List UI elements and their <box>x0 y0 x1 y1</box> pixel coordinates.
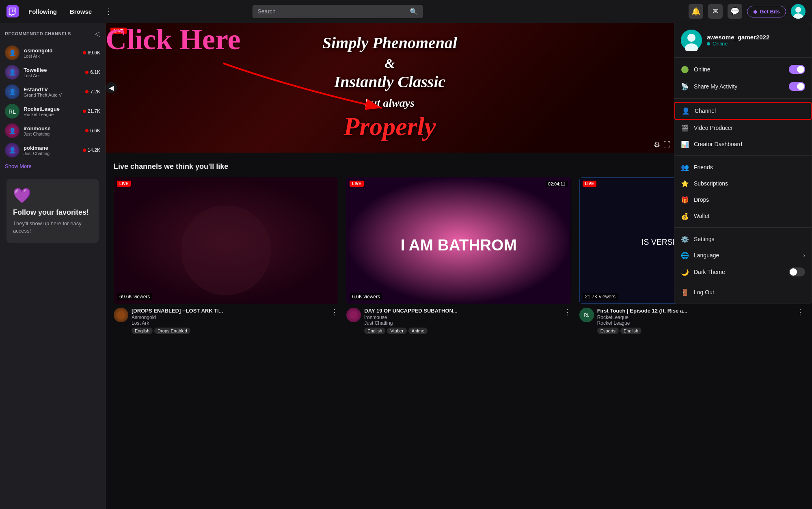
card-body: [DROPS ENABLED] --LOST ARK TI... Asmongo… <box>114 304 338 338</box>
sidebar-collapse-icon[interactable]: ◁ <box>95 29 100 38</box>
dropdown-settings-item[interactable]: ⚙️ Settings <box>674 231 812 247</box>
subscriptions-icon: ⭐ <box>681 179 689 188</box>
channel-info: pokimane Just Chatting <box>24 145 79 156</box>
online-toggle[interactable] <box>789 65 805 74</box>
share-activity-toggle[interactable] <box>789 82 805 91</box>
fullscreen-icon[interactable]: ⛶ <box>663 140 671 149</box>
nav-more-icon[interactable]: ⋮ <box>102 5 116 18</box>
channel-game: Lost Ark <box>24 73 81 78</box>
svg-rect-1 <box>14 9 15 12</box>
svg-point-24 <box>687 34 695 42</box>
follow-description: They'll show up here for easy access! <box>13 220 92 235</box>
dropdown-video-producer-label: Video Producer <box>694 125 805 131</box>
dropdown-section-presence: 🟢 Online 📡 Share My Activity <box>674 58 812 99</box>
card-tags: English Drops Enabled <box>132 328 328 334</box>
twitch-logo-icon[interactable] <box>6 5 19 17</box>
card-info: [DROPS ENABLED] --LOST ARK TI... Asmongo… <box>132 308 328 334</box>
toggle-thumb <box>797 66 804 73</box>
sidebar-item-esfandtv[interactable]: 👤 EsfandTV Grand Theft Auto V 7.2K <box>0 82 105 101</box>
card-avatar <box>346 308 361 322</box>
channel-name: RocketLeague <box>24 106 79 112</box>
dropdown-online-item[interactable]: 🟢 Online <box>674 61 812 78</box>
dropdown-creator-dashboard-item[interactable]: 📊 Creator Dashboard <box>674 136 812 152</box>
card-info: First Touch | Episode 12 (ft. Rise a... … <box>597 308 793 334</box>
stream-thumbnail: I AM BATHROM LIVE 6.6K viewers 02:04:11 <box>346 177 571 304</box>
dark-theme-icon: 🌙 <box>681 268 689 276</box>
card-tag[interactable]: English <box>620 328 641 334</box>
dropdown-drops-item[interactable]: 🎁 Drops <box>674 192 812 208</box>
svg-rect-2 <box>12 9 13 12</box>
logout-icon: 🚪 <box>681 288 689 296</box>
activity-feed-icon[interactable]: 💬 <box>728 4 742 19</box>
search-bar[interactable]: 🔍 <box>253 5 423 18</box>
card-game: Lost Ark <box>132 320 328 326</box>
search-input[interactable] <box>258 8 406 15</box>
dropdown-section-creator: 👤 Channel 🎬 Video Producer 📊 Creator Das… <box>674 99 812 156</box>
dropdown-section-settings: ⚙️ Settings 🌐 Language › 🌙 Dark Theme <box>674 228 812 284</box>
chevron-right-icon: › <box>803 252 805 259</box>
dropdown-drops-label: Drops <box>694 196 805 203</box>
channel-game: Just Chatting <box>24 132 81 136</box>
channel-info: Asmongold Lost Ark <box>24 47 79 58</box>
notifications-icon[interactable]: 🔔 <box>689 4 703 19</box>
stream-card-ironmouse[interactable]: I AM BATHROM LIVE 6.6K viewers 02:04:11 … <box>346 177 571 338</box>
nav-browse[interactable]: Browse <box>67 6 95 17</box>
sidebar-header: RECOMMENDED CHANNELS ◁ <box>0 29 105 43</box>
card-viewers: 6.6K viewers <box>350 293 382 300</box>
avatar: 👤 <box>5 143 19 157</box>
stream-card-asmongold[interactable]: LIVE 69.6K viewers [DROPS ENABLED] --LOS… <box>114 177 338 338</box>
svg-text:RL: RL <box>584 313 589 318</box>
channel-viewers: 7.2K <box>85 89 100 95</box>
settings-icon[interactable]: ⚙ <box>654 140 660 149</box>
dropdown-logout-item[interactable]: 🚪 Log Out <box>674 284 812 300</box>
dropdown-dark-theme-item[interactable]: 🌙 Dark Theme <box>674 263 812 280</box>
live-badge: LIVE <box>117 181 131 187</box>
card-tag[interactable]: English <box>132 328 153 334</box>
dropdown-share-activity-item[interactable]: 📡 Share My Activity <box>674 78 812 95</box>
channel-viewers: 6.1K <box>85 69 100 75</box>
card-title: [DROPS ENABLED] --LOST ARK TI... <box>132 308 328 315</box>
dropdown-channel-item[interactable]: 👤 Channel <box>674 102 812 120</box>
dark-theme-toggle[interactable] <box>789 267 805 276</box>
sidebar-item-pokimane[interactable]: 👤 pokimane Just Chatting 14.2K <box>0 140 105 160</box>
toggle-thumb <box>790 268 797 276</box>
dropdown-wallet-item[interactable]: 💰 Wallet <box>674 208 812 224</box>
follow-title: Follow your favorites! <box>13 208 92 217</box>
card-more-icon[interactable]: ⋮ <box>331 308 338 317</box>
search-icon[interactable]: 🔍 <box>410 8 418 15</box>
sidebar-item-rocketleague[interactable]: RL RocketLeague Rocket League 21.7K <box>0 101 105 121</box>
card-tag[interactable]: Vtuber <box>387 328 406 334</box>
avatar: 👤 <box>5 123 19 138</box>
card-tag[interactable]: Esports <box>597 328 619 334</box>
channel-info: Towelliee Lost Ark <box>24 67 81 78</box>
sidebar-item-towelliee[interactable]: 👤 Towelliee Lost Ark 6.1K <box>0 63 105 82</box>
user-avatar-button[interactable] <box>791 4 806 19</box>
nav-following[interactable]: Following <box>25 6 60 17</box>
dropdown-subscriptions-item[interactable]: ⭐ Subscriptions <box>674 175 812 192</box>
channel-viewers: 69.6K <box>83 50 100 56</box>
dropdown-video-producer-item[interactable]: 🎬 Video Producer <box>674 120 812 136</box>
share-activity-icon: 📡 <box>681 82 689 91</box>
card-channel: RocketLeague <box>597 315 793 320</box>
get-bits-button[interactable]: ◆ Get Bits <box>747 6 786 17</box>
dropdown-friends-item[interactable]: 👥 Friends <box>674 159 812 175</box>
dropdown-settings-label: Settings <box>694 236 805 242</box>
stream-nav-arrow[interactable]: ◀ <box>106 82 117 93</box>
dropdown-language-item[interactable]: 🌐 Language › <box>674 247 812 263</box>
card-tag[interactable]: Drops Enabled <box>154 328 190 334</box>
show-more-button[interactable]: Show More <box>0 160 105 173</box>
user-dropdown-menu: awesome_gamer2022 Online 🟢 Online 📡 Shar… <box>674 23 812 304</box>
messages-icon[interactable]: ✉ <box>708 4 723 19</box>
card-more-icon[interactable]: ⋮ <box>564 308 571 317</box>
card-tag[interactable]: Anime <box>408 328 428 334</box>
sidebar-item-ironmouse[interactable]: 👤 ironmouse Just Chatting 6.6K <box>0 121 105 140</box>
card-tag[interactable]: English <box>364 328 385 334</box>
dropdown-subscriptions-label: Subscriptions <box>694 180 805 187</box>
channel-game: Lost Ark <box>24 54 79 58</box>
bits-icon: ◆ <box>753 9 757 15</box>
dropdown-wallet-label: Wallet <box>694 213 805 219</box>
live-dot-icon <box>85 71 89 74</box>
live-dot-icon <box>83 110 86 113</box>
sidebar-item-asmongold[interactable]: 👤 Asmongold Lost Ark 69.6K <box>0 43 105 63</box>
card-more-icon[interactable]: ⋮ <box>797 308 804 317</box>
